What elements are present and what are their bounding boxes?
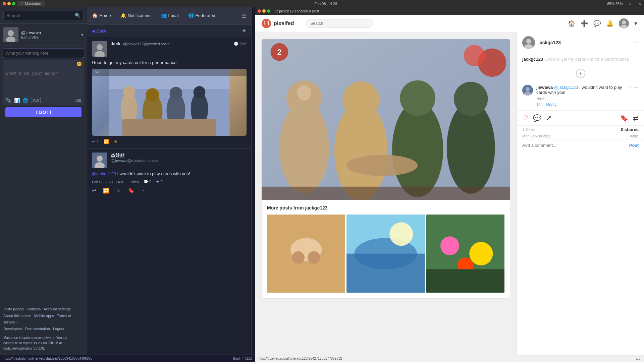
pf-add-button[interactable]: +: [576, 69, 585, 78]
warning-input[interactable]: [3, 49, 84, 58]
pf-post-author-row: jackgc123 ⋯: [517, 32, 644, 53]
home-nav-icon: 🏠: [92, 13, 98, 18]
pf-bookmark-button[interactable]: 🔖: [620, 114, 628, 122]
notifications-icon[interactable]: 🔔: [606, 20, 613, 27]
pf-comment-reply-link[interactable]: Reply: [546, 102, 556, 107]
close-icon[interactable]: ✕: [638, 2, 641, 6]
reply-replies: · 💬 0: [142, 180, 151, 184]
nav-federated[interactable]: 🌐 Federated: [183, 7, 220, 24]
poll-icon[interactable]: 📊: [14, 98, 20, 103]
search-input[interactable]: [6, 13, 75, 18]
pf-hide-label[interactable]: Hide: [536, 96, 628, 101]
compose-textarea[interactable]: [3, 68, 84, 95]
pixelfed-logo: 🎞 pixelfed: [262, 19, 294, 28]
pf-author-name[interactable]: jackgc123: [538, 40, 561, 45]
sensor-icon: 👁: [95, 70, 99, 75]
user-avatar[interactable]: [619, 18, 629, 28]
pf-post-menu[interactable]: ⋯: [633, 39, 639, 46]
svg-point-4: [97, 44, 103, 50]
nav-dropdown-icon[interactable]: ▾: [634, 20, 637, 27]
reply-button[interactable]: ↩ 1: [92, 139, 99, 144]
back-button[interactable]: ◀ Back: [92, 28, 106, 34]
attach-icon[interactable]: 📎: [6, 98, 11, 103]
about-text-paragraph: Mastodon is open source software. You ca…: [3, 335, 84, 351]
post-author-handle: @jackgc123@pixelfed.social: [123, 42, 170, 46]
svg-point-57: [526, 87, 530, 91]
toot-button[interactable]: TOOT!: [5, 107, 82, 117]
nav-local[interactable]: 👥 Local: [156, 7, 183, 24]
pixelfed-status-url: https://pixelfed.social/p/jackgc123/2642…: [255, 357, 632, 360]
thumbnail-1[interactable]: [267, 215, 345, 293]
pf-expand-button[interactable]: ⤢: [546, 114, 552, 122]
pf-comment-button[interactable]: 💬: [533, 114, 541, 122]
pf-min-dot: [262, 9, 266, 13]
more-button[interactable]: ···: [122, 139, 126, 144]
pf-date-info: Mon Feb 08 2021 Public: [517, 133, 644, 139]
pf-comment-like-icon[interactable]: ♡: [628, 85, 633, 90]
pf-close-dot: [258, 9, 261, 13]
minimize-button[interactable]: [7, 2, 11, 5]
pixelfed-tab[interactable]: 1: jackgc123 shared a post: [275, 9, 319, 13]
reply-boost-button[interactable]: 🔁: [103, 187, 110, 194]
pixelfed-post-sidebar: jackgc123 ⋯ jackgc123 Good to get my car…: [517, 32, 644, 355]
pixelfed-search-input[interactable]: [306, 19, 373, 28]
logout-link[interactable]: Logout: [53, 327, 64, 331]
favourite-button[interactable]: ★: [114, 139, 118, 144]
invite-link[interactable]: Invite people: [3, 307, 24, 311]
reply-bookmark-button[interactable]: 🔖: [128, 187, 135, 194]
nav-notifications[interactable]: 🔔 Notifications: [116, 7, 156, 24]
pf-comment-input[interactable]: [522, 143, 626, 148]
search-icon: 🔍: [75, 13, 80, 18]
mastodon-tab-label: 1: Mastodon: [21, 2, 41, 6]
reply-more-button[interactable]: ···: [141, 188, 146, 194]
reply-fav-button[interactable]: ☆: [116, 187, 121, 194]
more-icon: ···: [122, 139, 126, 144]
globe-icon[interactable]: 🌐: [22, 98, 28, 103]
close-button[interactable]: [3, 2, 6, 5]
nav-home[interactable]: 🏠 Home: [87, 7, 116, 24]
pf-shares-count: 0 shares: [621, 127, 639, 132]
home-icon[interactable]: 🏠: [568, 20, 575, 27]
svg-point-34: [392, 102, 443, 197]
expand-profile-button[interactable]: ▾: [81, 32, 84, 37]
pf-post-comment-button[interactable]: Post: [629, 143, 639, 148]
reply-date: Feb 08, 2021, 14:01: [92, 180, 125, 184]
pf-like-button[interactable]: ♡: [522, 114, 528, 122]
reply-reply-button[interactable]: ↩: [92, 187, 96, 194]
edit-profile-link[interactable]: Edit profile: [21, 35, 41, 39]
pixelfed-search: [306, 19, 373, 28]
documentation-link[interactable]: Documentation: [25, 327, 50, 331]
emoji-button[interactable]: 😊: [76, 61, 82, 66]
expand-icon[interactable]: ▽: [625, 2, 635, 6]
thread-visibility-icon[interactable]: 👁: [242, 28, 247, 34]
reply-icon: ↩: [92, 139, 96, 144]
username-label: @jiewawa: [21, 30, 41, 35]
mobile-apps-link[interactable]: Mobile apps: [34, 314, 54, 318]
reply-actions: ↩ 🔁 ☆ 🔖 ···: [92, 187, 247, 194]
main-post: Jack @jackgc123@pixelfed.social 🕐 28m Go…: [87, 37, 251, 148]
thumbnail-3[interactable]: [426, 215, 504, 293]
account-settings-link[interactable]: Account settings: [44, 307, 71, 311]
pf-comment-author: jiewawa: [536, 85, 553, 90]
pf-caption: jackgc123 Good to get my cards out for a…: [517, 53, 644, 65]
maximize-button[interactable]: [12, 2, 15, 5]
mastodon-tab[interactable]: 1: Mastodon: [17, 1, 45, 6]
developers-link[interactable]: Developers: [3, 327, 22, 331]
pf-share-button[interactable]: ⇄: [633, 114, 639, 122]
post-author-avatar: [92, 41, 107, 57]
svg-text:2: 2: [277, 48, 281, 57]
boost-button[interactable]: 🔁: [104, 139, 109, 144]
pf-comment-menu[interactable]: ⋯: [634, 85, 639, 90]
federated-nav-icon: 🌐: [188, 13, 194, 18]
messages-icon[interactable]: 💬: [593, 20, 601, 27]
hotkeys-link[interactable]: Hotkeys: [28, 307, 41, 311]
svg-point-35: [400, 80, 435, 116]
pixelfed-nav-icons: 🏠 ➕ 💬 🔔 ▾: [568, 18, 637, 28]
thumbnail-2[interactable]: [346, 215, 425, 293]
star-icon: ★: [114, 139, 118, 144]
about-server-link[interactable]: About this server: [3, 314, 31, 318]
repo-link[interactable]: tootsuite/mastodon: [3, 347, 32, 350]
create-post-icon[interactable]: ➕: [581, 20, 588, 27]
cw-button[interactable]: CW: [31, 98, 41, 103]
nav-menu-button[interactable]: ☰: [237, 13, 251, 19]
